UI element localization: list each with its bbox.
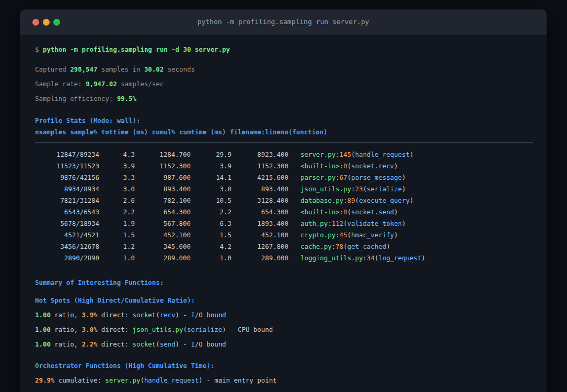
line-number: 23 [355, 185, 363, 193]
function-name: send [160, 340, 176, 348]
stat-efficiency: Sampling efficiency: 99.5% [35, 93, 532, 105]
function-name: recv [160, 311, 176, 319]
close-paren: ) [402, 174, 406, 181]
cell-cumtime: 289.000 [232, 252, 288, 264]
colon-separator: : [328, 220, 331, 227]
bound-note: - I/O bound [179, 311, 226, 319]
open-paren: ( [355, 197, 358, 204]
open-paren: ( [343, 243, 347, 250]
command-text: python -m profiling.sampling run -d 30 s… [43, 45, 230, 53]
direct-pct: 3.9% [82, 311, 98, 319]
cell-tottime: 1284.700 [135, 149, 191, 160]
cell-nsamples: 9876/42156 [35, 172, 99, 183]
cell-location: server.py:145(handle_request) [300, 149, 413, 160]
sample-rate-label: Sample rate: [35, 80, 86, 88]
sample-rate-unit: samples/sec [117, 80, 164, 88]
orchestrator-item: 29.9% cumulative: server.py(handle_reque… [35, 375, 532, 386]
hot-spot-item: 1.00 ratio, 3.0% direct: json_utils.py(s… [35, 324, 532, 336]
cell-sample-pct: 3.0 [99, 183, 135, 195]
close-paren: ) [386, 243, 390, 250]
cell-cumul-pct: 14.1 [191, 172, 232, 183]
ratio-label: ratio, [51, 340, 82, 348]
file-name: cache.py [300, 243, 332, 250]
close-paren: ) [394, 208, 398, 216]
open-paren: ( [343, 220, 347, 227]
direct-pct: 2.2% [82, 340, 98, 348]
line-number: 45 [340, 231, 348, 239]
table-row: 4521/45211.5452.1001.5452.100crypto.py:4… [35, 229, 532, 241]
hot-spots-heading: Hot Spots (High Direct/Cumulative Ratio)… [35, 295, 532, 306]
cell-cumtime: 1152.300 [232, 160, 288, 172]
cell-cumul-pct: 1.5 [191, 229, 232, 241]
stat-captured: Captured 298,547 samples in 30.02 second… [35, 64, 532, 75]
open-paren: ( [363, 185, 366, 193]
maximize-button[interactable] [53, 19, 60, 26]
function-name: parse_message [351, 174, 402, 181]
cell-cumul-pct: 3.9 [191, 160, 232, 172]
direct-label: direct: [97, 340, 132, 348]
cell-tottime: 289.000 [135, 252, 191, 264]
window-controls [32, 9, 60, 34]
stat-sample-rate: Sample rate: 9,947.02 samples/sec [35, 78, 532, 90]
function-name: serialize [187, 326, 222, 333]
cell-nsamples: 7821/31284 [35, 195, 99, 206]
efficiency-label: Sampling efficiency: [35, 95, 117, 102]
cell-sample-pct: 2.2 [99, 206, 135, 218]
role-note: - main entry point [203, 376, 277, 384]
cell-nsamples: 6543/6543 [35, 206, 99, 218]
ratio-value: 1.00 [35, 326, 51, 333]
profile-table-header: nsamples sample% tottime (ms) cumul% cum… [35, 126, 532, 138]
cell-location: cache.py:78(get_cached) [300, 241, 390, 252]
ratio-value: 1.00 [35, 340, 51, 348]
close-paren: ) [402, 185, 406, 193]
cell-cumtime: 893.400 [232, 183, 288, 195]
cell-sample-pct: 1.0 [99, 252, 135, 264]
close-paren: ) [410, 151, 413, 158]
cumulative-pct: 29.9% [35, 376, 54, 384]
title-bar: python -m profiling.sampling run server.… [20, 9, 547, 34]
function-name: socket.recv [351, 162, 394, 170]
cell-tottime: 893.400 [135, 183, 191, 195]
profile-table: 12847/892344.31284.70029.98923.400server… [35, 149, 532, 264]
colon-separator: : [340, 162, 343, 170]
file-name: logging_utils.py [300, 254, 363, 262]
close-paren: ) [222, 326, 226, 333]
function-name: handle_request [355, 151, 409, 158]
cell-nsamples: 5678/18934 [35, 218, 99, 229]
file-name: parser.py [300, 174, 335, 181]
cell-cumtime: 654.300 [232, 206, 288, 218]
line-number: 112 [332, 220, 343, 227]
cell-nsamples: 12847/89234 [35, 149, 99, 160]
cell-cumul-pct: 4.2 [191, 241, 232, 252]
cell-location: parser.py:67(parse_message) [300, 172, 406, 183]
table-row: 9876/421563.3987.60014.14215.600parser.p… [35, 172, 532, 183]
table-row: 3456/126781.2345.6004.21267.800cache.py:… [35, 241, 532, 252]
ratio-label: ratio, [51, 311, 82, 319]
cell-location: json_utils.py:23(serialize) [300, 183, 406, 195]
cell-cumtime: 4215.600 [232, 172, 288, 183]
cell-sample-pct: 2.6 [99, 195, 135, 206]
cell-location: <built-in>:0(socket.send) [300, 206, 398, 218]
function-name: get_cached [348, 243, 387, 250]
target-name: json_utils.py [133, 326, 183, 333]
close-paren: ) [176, 311, 179, 319]
line-number: 0 [343, 208, 347, 216]
cell-location: <built-in>:0(socket.recv) [300, 160, 398, 172]
minimize-button[interactable] [43, 19, 50, 26]
summary-heading: Summary of Interesting Functions: [35, 277, 532, 289]
cell-sample-pct: 3.3 [99, 172, 135, 183]
colon-separator: : [335, 231, 339, 239]
captured-label: Captured [35, 65, 70, 73]
hot-spot-item: 1.00 ratio, 2.2% direct: socket(send) - … [35, 339, 532, 350]
file-name: json_utils.py [300, 185, 351, 193]
hot-spots-list: 1.00 ratio, 3.9% direct: socket(recv) - … [35, 309, 532, 350]
close-button[interactable] [32, 19, 39, 26]
efficiency-value: 99.5% [117, 95, 136, 102]
function-name: serialize [367, 185, 402, 193]
cell-nsamples: 11523/11523 [35, 160, 99, 172]
cell-location: database.py:89(execute_query) [300, 195, 413, 206]
line-number: 34 [367, 254, 375, 262]
file-name: database.py [300, 197, 343, 204]
line-number: 89 [348, 197, 355, 204]
captured-label-post: seconds [164, 65, 195, 73]
